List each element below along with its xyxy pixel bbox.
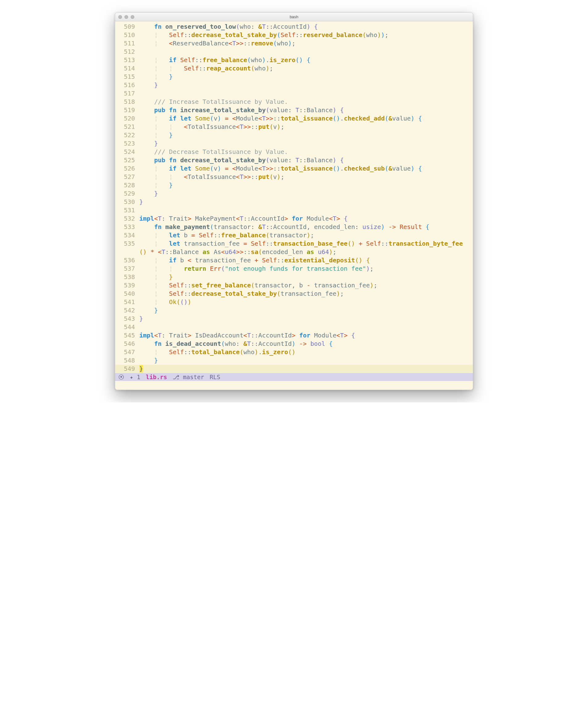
code-line[interactable]: 525 pub fn decrease_total_stake_by(value…	[115, 156, 473, 164]
code-content[interactable]: ¦ if b < transaction_fee + Self::existen…	[139, 256, 473, 265]
code-content[interactable]	[139, 48, 473, 56]
code-line[interactable]: 541 ¦ Ok(())	[115, 298, 473, 306]
code-line[interactable]: 512	[115, 48, 473, 56]
code-line[interactable]: 524 /// Decrease TotalIssuance by Value.	[115, 148, 473, 156]
code-editor[interactable]: 509 fn on_reserved_too_low(who: &T::Acco…	[115, 21, 473, 373]
close-icon[interactable]	[118, 15, 122, 19]
code-content[interactable]: ¦ if Self::free_balance(who).is_zero() {	[139, 56, 473, 64]
code-line[interactable]: 544	[115, 323, 473, 331]
code-line[interactable]: 517	[115, 89, 473, 98]
code-line[interactable]: 534 ¦ let b = Self::free_balance(transac…	[115, 231, 473, 239]
code-content[interactable]: }	[139, 189, 473, 198]
code-content[interactable]: ¦ Ok(())	[139, 298, 473, 306]
code-line[interactable]: 523 }	[115, 139, 473, 148]
line-number: 537	[115, 265, 139, 273]
code-line[interactable]: 515 ¦ }	[115, 73, 473, 81]
code-line[interactable]: 518 /// Increase TotalIssuance by Value.	[115, 98, 473, 106]
code-content[interactable]: pub fn increase_total_stake_by(value: T:…	[139, 106, 473, 114]
code-content[interactable]: fn on_reserved_too_low(who: &T::AccountI…	[139, 22, 473, 31]
code-content[interactable]: ¦ }	[139, 273, 473, 281]
code-line[interactable]: 527 ¦ ¦ <TotalIssuance<T>>::put(v);	[115, 173, 473, 181]
code-content[interactable]	[139, 206, 473, 215]
maximize-icon[interactable]	[131, 15, 134, 19]
code-line[interactable]: 548 }	[115, 356, 473, 365]
code-content[interactable]: ¦ if let Some(v) = <Module<T>>::total_is…	[139, 164, 473, 173]
code-content[interactable]	[139, 323, 473, 331]
code-line[interactable]: 510 ¦ Self::decrease_total_stake_by(Self…	[115, 31, 473, 39]
code-content[interactable]: impl<T: Trait> IsDeadAccount<T::AccountI…	[139, 331, 473, 340]
code-content[interactable]: ¦ let b = Self::free_balance(transactor)…	[139, 231, 473, 239]
code-line[interactable]: 531	[115, 206, 473, 215]
code-content[interactable]: }	[139, 306, 473, 314]
status-branch: ⎇ master	[173, 374, 204, 380]
code-line[interactable]: 546 fn is_dead_account(who: &T::AccountI…	[115, 340, 473, 348]
status-bar: ⦿ ✦ 1 lib.rs ⎇ master RLS	[115, 373, 473, 381]
code-line[interactable]: 533 fn make_payment(transactor: &T::Acco…	[115, 223, 473, 231]
code-line[interactable]: 530}	[115, 198, 473, 206]
line-number: 542	[115, 306, 139, 314]
code-content[interactable]: fn is_dead_account(who: &T::AccountId) -…	[139, 340, 473, 348]
code-line[interactable]: 542 }	[115, 306, 473, 314]
code-content[interactable]: ¦ Self::decrease_total_stake_by(Self::re…	[139, 31, 473, 39]
status-indicator-icon: ⦿	[118, 374, 124, 380]
code-line[interactable]: 532impl<T: Trait> MakePayment<T::Account…	[115, 215, 473, 223]
code-line[interactable]: 522 ¦ }	[115, 131, 473, 139]
code-content[interactable]: ¦ Self::decrease_total_stake_by(transact…	[139, 290, 473, 298]
code-line[interactable]: 540 ¦ Self::decrease_total_stake_by(tran…	[115, 290, 473, 298]
code-line[interactable]: 537 ¦ ¦ return Err("not enough funds for…	[115, 265, 473, 273]
code-content[interactable]: }	[139, 365, 473, 373]
code-line[interactable]: 536 ¦ if b < transaction_fee + Self::exi…	[115, 256, 473, 265]
code-content[interactable]: ¦ }	[139, 73, 473, 81]
code-content[interactable]: fn make_payment(transactor: &T::AccountI…	[139, 223, 473, 231]
code-line[interactable]: 549}	[115, 365, 473, 373]
code-line[interactable]: 526 ¦ if let Some(v) = <Module<T>>::tota…	[115, 164, 473, 173]
code-line[interactable]: 520 ¦ if let Some(v) = <Module<T>>::tota…	[115, 114, 473, 123]
line-number: 544	[115, 323, 139, 331]
minimize-icon[interactable]	[124, 15, 128, 19]
line-number: 522	[115, 131, 139, 139]
code-content[interactable]: /// Increase TotalIssuance by Value.	[139, 98, 473, 106]
code-content[interactable]: }	[139, 81, 473, 89]
code-content[interactable]: ¦ Self::set_free_balance(transactor, b -…	[139, 281, 473, 290]
code-content[interactable]: }	[139, 139, 473, 148]
code-line[interactable]: 529 }	[115, 189, 473, 198]
code-line[interactable]: 538 ¦ }	[115, 273, 473, 281]
code-content[interactable]: ¦ }	[139, 131, 473, 139]
line-number: 524	[115, 148, 139, 156]
status-modified: ✦ 1	[130, 374, 140, 380]
code-content[interactable]: ¦ let transaction_fee = Self::transactio…	[139, 239, 473, 248]
code-line[interactable]: 539 ¦ Self::set_free_balance(transactor,…	[115, 281, 473, 290]
code-line[interactable]: 511 ¦ <ReservedBalance<T>>::remove(who);	[115, 39, 473, 48]
code-line[interactable]: 514 ¦ ¦ Self::reap_account(who);	[115, 64, 473, 73]
code-content[interactable]: ¦ <ReservedBalance<T>>::remove(who);	[139, 39, 473, 48]
code-line[interactable]: 521 ¦ ¦ <TotalIssuance<T>>::put(v);	[115, 123, 473, 131]
code-line[interactable]: 528 ¦ }	[115, 181, 473, 189]
code-line-wrap[interactable]: () * <T::Balance as As<u64>>::sa(encoded…	[115, 248, 473, 256]
code-content[interactable]: impl<T: Trait> MakePayment<T::AccountId>…	[139, 215, 473, 223]
line-number: 520	[115, 114, 139, 123]
code-line[interactable]: 547 ¦ Self::total_balance(who).is_zero()	[115, 348, 473, 356]
code-content[interactable]: ¦ ¦ <TotalIssuance<T>>::put(v);	[139, 123, 473, 131]
code-content[interactable]: pub fn decrease_total_stake_by(value: T:…	[139, 156, 473, 164]
line-number: 535	[115, 239, 139, 248]
code-content[interactable]: /// Decrease TotalIssuance by Value.	[139, 148, 473, 156]
code-content[interactable]: ¦ }	[139, 181, 473, 189]
code-content[interactable]: ¦ ¦ Self::reap_account(who);	[139, 64, 473, 73]
code-line[interactable]: 543}	[115, 314, 473, 323]
code-content[interactable]: ¦ if let Some(v) = <Module<T>>::total_is…	[139, 114, 473, 123]
code-line[interactable]: 535 ¦ let transaction_fee = Self::transa…	[115, 239, 473, 248]
code-line[interactable]: 545impl<T: Trait> IsDeadAccount<T::Accou…	[115, 331, 473, 340]
line-number: 528	[115, 181, 139, 189]
code-content[interactable]: ¦ ¦ <TotalIssuance<T>>::put(v);	[139, 173, 473, 181]
code-line[interactable]: 516 }	[115, 81, 473, 89]
code-line[interactable]: 519 pub fn increase_total_stake_by(value…	[115, 106, 473, 114]
code-content[interactable]: }	[139, 198, 473, 206]
code-line[interactable]: 513 ¦ if Self::free_balance(who).is_zero…	[115, 56, 473, 64]
window-titlebar[interactable]: bash	[115, 13, 473, 21]
code-line[interactable]: 509 fn on_reserved_too_low(who: &T::Acco…	[115, 22, 473, 31]
code-content[interactable]	[139, 89, 473, 98]
code-content[interactable]: }	[139, 356, 473, 365]
code-content[interactable]: ¦ Self::total_balance(who).is_zero()	[139, 348, 473, 356]
code-content[interactable]: }	[139, 314, 473, 323]
code-content[interactable]: ¦ ¦ return Err("not enough funds for tra…	[139, 265, 473, 273]
